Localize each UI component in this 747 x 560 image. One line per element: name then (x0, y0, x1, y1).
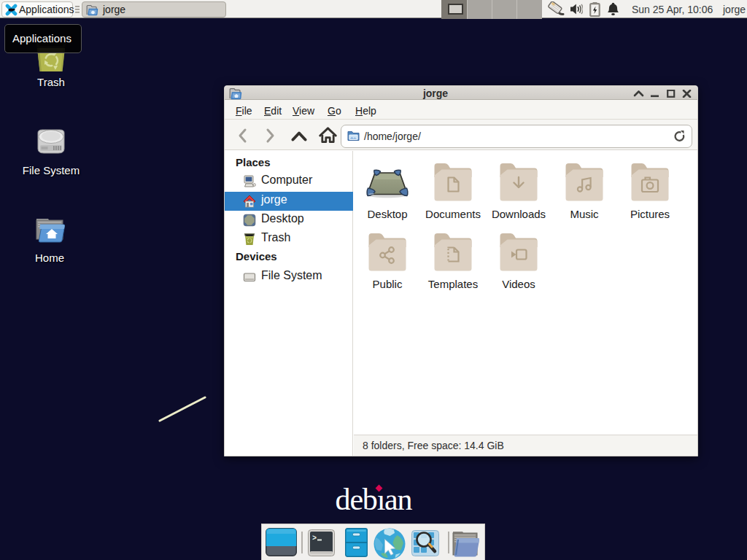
svg-text:>: > (312, 534, 317, 542)
